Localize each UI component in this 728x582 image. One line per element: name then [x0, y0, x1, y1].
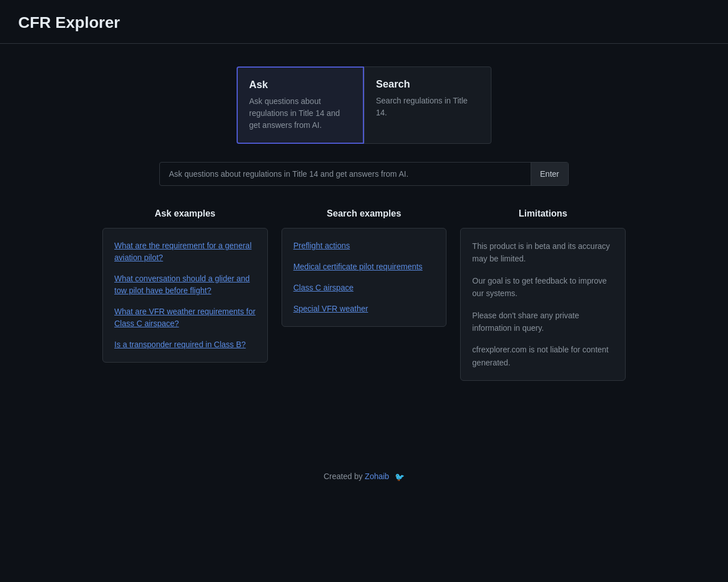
- ask-examples-title: Ask examples: [102, 209, 268, 219]
- search-example-3[interactable]: Class C airspace: [293, 282, 435, 294]
- created-by-label: Created by: [324, 472, 362, 481]
- tab-search-description: Search regulations in Title 14.: [376, 95, 479, 119]
- limitation-1: This product is in beta and its accuracy…: [472, 240, 614, 265]
- app-title: CFR Explorer: [18, 14, 710, 32]
- ask-examples-section: Ask examples What are the requirement fo…: [102, 209, 268, 381]
- tab-ask-title: Ask: [249, 79, 351, 91]
- ask-example-2[interactable]: What conversation should a glider and to…: [114, 273, 256, 297]
- limitation-2: Our goal is to get feedback to improve o…: [472, 275, 614, 300]
- footer: Created by Zohaib 🐦: [0, 449, 728, 504]
- limitation-4: cfrexplorer.com is not liable for conten…: [472, 343, 614, 369]
- search-input-wrapper: Enter: [159, 162, 569, 186]
- tab-search-title: Search: [376, 78, 479, 90]
- search-example-4[interactable]: Special VFR weather: [293, 303, 435, 315]
- limitations-title: Limitations: [460, 209, 626, 219]
- tab-search[interactable]: Search Search regulations in Title 14.: [364, 66, 491, 144]
- author-link[interactable]: Zohaib: [365, 472, 389, 481]
- search-example-2[interactable]: Medical certificate pilot requirements: [293, 261, 435, 273]
- search-examples-section: Search examples Preflight actions Medica…: [282, 209, 447, 381]
- twitter-icon: 🐦: [395, 472, 404, 481]
- enter-button[interactable]: Enter: [531, 163, 568, 185]
- ask-example-4[interactable]: Is a transponder required in Class B?: [114, 339, 256, 351]
- search-input[interactable]: [160, 163, 531, 185]
- app-header: CFR Explorer: [0, 0, 728, 44]
- search-example-1[interactable]: Preflight actions: [293, 240, 435, 252]
- columns-section: Ask examples What are the requirement fo…: [102, 209, 626, 381]
- limitations-card: This product is in beta and its accuracy…: [460, 228, 626, 381]
- search-examples-card: Preflight actions Medical certificate pi…: [282, 228, 447, 327]
- main-content: Ask Ask questions about regulations in T…: [91, 44, 637, 404]
- ask-example-3[interactable]: What are VFR weather requirements for Cl…: [114, 306, 256, 330]
- limitation-3: Please don't share any private informati…: [472, 309, 614, 335]
- limitations-section: Limitations This product is in beta and …: [460, 209, 626, 381]
- search-examples-title: Search examples: [282, 209, 447, 219]
- tab-ask-description: Ask questions about regulations in Title…: [249, 95, 351, 131]
- search-container: Enter: [102, 162, 626, 186]
- ask-examples-card: What are the requirement for a general a…: [102, 228, 268, 363]
- tab-ask[interactable]: Ask Ask questions about regulations in T…: [237, 66, 364, 144]
- tab-container: Ask Ask questions about regulations in T…: [102, 66, 626, 144]
- ask-example-1[interactable]: What are the requirement for a general a…: [114, 240, 256, 264]
